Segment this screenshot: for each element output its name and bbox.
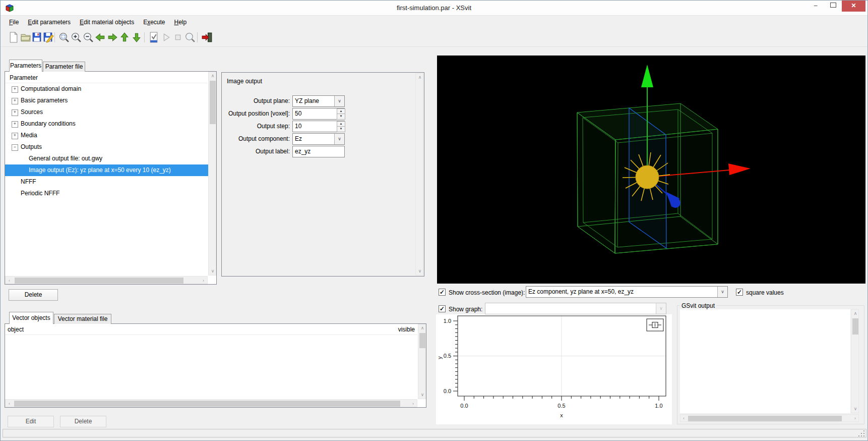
collapse-icon[interactable]: − xyxy=(12,144,18,151)
scroll-thumb[interactable] xyxy=(210,81,216,124)
gsvit-hscrollbar[interactable]: ‹ › xyxy=(680,414,859,422)
expander-icon[interactable]: + xyxy=(12,133,18,139)
output-component-combo[interactable]: Ez∨ xyxy=(292,133,345,145)
gsvit-output-textarea[interactable] xyxy=(680,309,850,413)
scroll-down-icon[interactable]: ∨ xyxy=(416,267,424,275)
list-hscrollbar[interactable]: ‹ › xyxy=(5,399,417,407)
zoom-in-icon[interactable] xyxy=(70,31,82,43)
scroll-down-icon[interactable]: ∨ xyxy=(851,405,859,413)
gsvit-vscrollbar[interactable]: ∧ ∨ xyxy=(851,309,859,413)
list-vscrollbar[interactable]: ∧ ∨ xyxy=(418,324,426,399)
quit-icon[interactable] xyxy=(201,31,213,43)
scroll-thumb[interactable] xyxy=(14,401,400,407)
save-icon[interactable] xyxy=(31,31,43,43)
tree-item-image-output-selected[interactable]: Image output (Ez): yz plane at x=50 ever… xyxy=(5,164,208,176)
save-as-icon[interactable] xyxy=(42,31,54,43)
tab-parameter-file[interactable]: Parameter file xyxy=(43,62,85,72)
edit-object-button[interactable]: Edit xyxy=(8,416,54,427)
tab-vector-objects[interactable]: Vector objects xyxy=(9,312,53,324)
menu-help[interactable]: Help xyxy=(170,17,192,28)
output-step-spinbox[interactable]: 10 ▲▼ xyxy=(292,121,345,132)
close-button[interactable]: ✕ xyxy=(842,1,865,12)
scroll-right-icon[interactable]: › xyxy=(409,400,417,408)
delete-output-button[interactable]: Delete xyxy=(9,289,58,301)
resize-grip[interactable] xyxy=(858,430,865,437)
chevron-down-icon[interactable]: ∨ xyxy=(334,134,344,144)
tree-vscrollbar[interactable]: ∧ ∨ xyxy=(208,72,216,275)
chevron-down-icon[interactable]: ∨ xyxy=(717,287,727,297)
maximize-button[interactable] xyxy=(825,1,841,12)
spin-down-icon[interactable]: ▼ xyxy=(337,126,345,132)
zoom-out-icon[interactable] xyxy=(82,31,94,43)
menu-edit-material-objects[interactable]: Edit material objects xyxy=(75,17,139,28)
scroll-left-icon[interactable]: ‹ xyxy=(6,400,13,408)
new-file-icon[interactable] xyxy=(8,31,20,43)
scroll-thumb[interactable] xyxy=(688,416,842,421)
z-axis-arrow xyxy=(641,65,653,87)
open-file-icon[interactable] xyxy=(20,31,32,43)
spin-down-icon[interactable]: ▼ xyxy=(337,114,345,120)
scroll-right-icon[interactable]: › xyxy=(852,415,858,422)
scroll-thumb[interactable] xyxy=(15,278,183,284)
menu-file[interactable]: File xyxy=(5,17,23,28)
scroll-up-icon[interactable]: ∧ xyxy=(418,324,426,332)
graph-legend-button[interactable] xyxy=(647,319,663,331)
menu-execute[interactable]: Execute xyxy=(139,17,169,28)
check-parameters-icon[interactable] xyxy=(148,31,160,43)
tree-item-nfff[interactable]: NFFF xyxy=(5,176,208,188)
scroll-thumb[interactable] xyxy=(419,333,425,348)
title-bar[interactable]: first-simulation.par - XSvit – ✕ xyxy=(1,1,867,16)
scroll-down-icon[interactable]: ∨ xyxy=(209,267,217,275)
tree-item-general-output-file[interactable]: General output file: out.gwy xyxy=(5,153,208,164)
expander-icon[interactable]: + xyxy=(12,86,18,93)
tree-item-media[interactable]: +Media xyxy=(5,130,208,141)
stop-icon[interactable] xyxy=(172,31,184,43)
show-cross-section-checkbox[interactable]: ✓ xyxy=(439,289,446,296)
output-position-spinbox[interactable]: 50 ▲▼ xyxy=(292,108,345,120)
tree-hscrollbar[interactable]: ‹ › xyxy=(5,276,208,284)
output-label-input[interactable] xyxy=(292,146,345,157)
nav-down-icon[interactable] xyxy=(131,31,143,43)
tree-item-outputs[interactable]: −Outputs xyxy=(5,141,208,153)
scroll-up-icon[interactable]: ∧ xyxy=(209,72,217,80)
scroll-down-icon[interactable]: ∨ xyxy=(418,391,426,399)
expander-icon[interactable]: + xyxy=(12,98,18,104)
tree-item-sources[interactable]: +Sources xyxy=(5,106,208,118)
inspect-icon[interactable] xyxy=(184,31,196,43)
nav-up-icon[interactable] xyxy=(118,31,131,43)
tree-item-computational-domain[interactable]: +Computational domain xyxy=(5,83,208,95)
list-column-visible: visible xyxy=(353,325,415,335)
nav-left-icon[interactable] xyxy=(94,31,106,43)
scroll-up-icon[interactable]: ∧ xyxy=(416,74,424,81)
output-plane-combo[interactable]: YZ plane∨ xyxy=(292,95,345,107)
expander-icon[interactable]: + xyxy=(12,109,18,116)
graph-widget[interactable]: 1.0 0.5 0.0 0.0 0.5 1.0 x y xyxy=(436,314,672,424)
form-vscrollbar[interactable]: ∧ ∨ xyxy=(415,73,423,275)
scroll-left-icon[interactable]: ‹ xyxy=(680,415,687,422)
run-icon[interactable] xyxy=(160,31,172,43)
scroll-right-icon[interactable]: › xyxy=(200,277,207,285)
menu-bar: File Edit parameters Edit material objec… xyxy=(1,16,867,29)
tab-vector-material-file[interactable]: Vector material file xyxy=(54,314,111,324)
cross-section-combo[interactable]: Ez component, yz plane at x=50, ez_yz∨ xyxy=(526,286,728,298)
tree-item-boundary-conditions[interactable]: +Boundary conditions xyxy=(5,118,208,130)
graph-select-combo[interactable]: ∨ xyxy=(485,303,666,314)
delete-object-button[interactable]: Delete xyxy=(60,416,106,427)
tree-item-periodic-nfff[interactable]: Periodic NFFF xyxy=(5,188,208,199)
scene-3d-viewport[interactable] xyxy=(437,56,865,284)
nav-right-icon[interactable] xyxy=(106,31,118,43)
scroll-up-icon[interactable]: ∧ xyxy=(851,310,859,317)
tab-parameters[interactable]: Parameters xyxy=(9,60,42,72)
minimize-button[interactable]: – xyxy=(806,1,825,12)
expander-icon[interactable]: + xyxy=(12,121,18,128)
zoom-fit-icon[interactable] xyxy=(58,31,70,43)
show-graph-checkbox[interactable]: ✓ xyxy=(439,305,446,312)
square-values-checkbox[interactable]: ✓ xyxy=(736,289,743,296)
tree-column-header: Parameter xyxy=(10,73,38,83)
chevron-down-icon[interactable]: ∨ xyxy=(334,96,344,106)
scroll-thumb[interactable] xyxy=(852,318,858,335)
menu-edit-parameters[interactable]: Edit parameters xyxy=(23,17,75,28)
chevron-down-icon[interactable]: ∨ xyxy=(656,303,666,314)
tree-item-basic-parameters[interactable]: +Basic parameters xyxy=(5,95,208,106)
scroll-left-icon[interactable]: ‹ xyxy=(6,277,13,285)
